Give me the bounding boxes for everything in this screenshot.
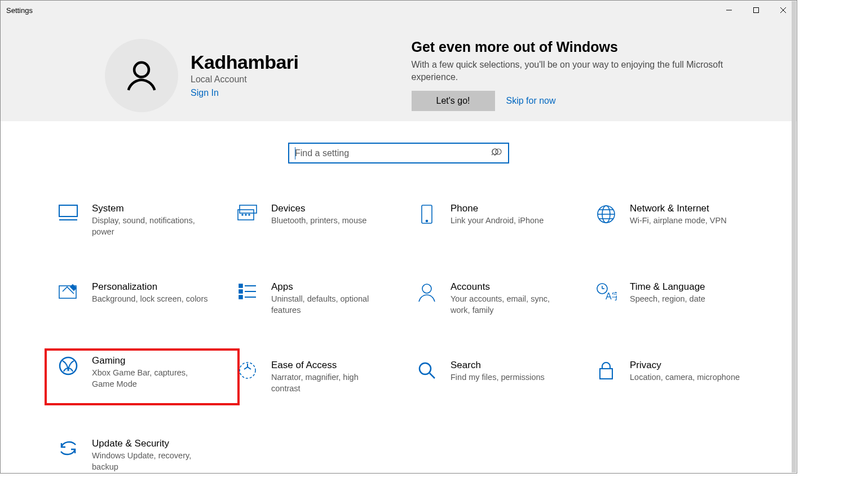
tile-title: Time & Language — [630, 281, 705, 293]
person-outline-icon — [416, 281, 438, 303]
tile-title: System — [92, 203, 210, 214]
tile-apps[interactable]: Apps Uninstall, defaults, optional featu… — [236, 277, 416, 320]
promo-actions: Let's go! Skip for now — [412, 91, 744, 111]
svg-point-37 — [60, 357, 77, 374]
tile-desc: Speech, region, date — [630, 294, 705, 305]
svg-rect-11 — [59, 205, 77, 216]
lock-icon — [595, 360, 617, 381]
tile-title: Devices — [271, 203, 366, 214]
tile-desc: Your accounts, email, sync, work, family — [450, 294, 569, 316]
xbox-icon — [57, 355, 80, 375]
svg-line-10 — [494, 154, 497, 156]
tile-desc: Xbox Game Bar, captures, Game Mode — [92, 368, 210, 390]
svg-rect-1 — [754, 8, 759, 13]
tile-devices[interactable]: Devices Bluetooth, printers, mouse — [236, 198, 416, 242]
promo-block: Get even more out of Windows With a few … — [412, 39, 744, 121]
lets-go-button[interactable]: Let's go! — [412, 91, 495, 111]
text-cursor — [295, 147, 295, 160]
magnify-icon — [416, 360, 438, 380]
tile-personalization[interactable]: Personalization Background, lock screen,… — [57, 277, 236, 320]
svg-rect-28 — [239, 290, 242, 293]
phone-icon — [416, 203, 438, 224]
tile-search[interactable]: Search Find my files, permissions — [416, 355, 595, 399]
monitor-icon — [57, 203, 80, 221]
tile-system[interactable]: System Display, sound, notifications, po… — [57, 198, 236, 242]
category-grid: System Display, sound, notifications, po… — [1, 163, 797, 478]
keyboard-icon — [236, 203, 259, 221]
svg-point-39 — [419, 363, 431, 374]
tile-desc: Uninstall, defaults, optional features — [271, 294, 390, 316]
search-icon — [491, 148, 502, 158]
ease-icon — [236, 360, 259, 380]
skip-link[interactable]: Skip for now — [506, 96, 556, 106]
svg-line-40 — [430, 373, 435, 378]
svg-point-4 — [134, 63, 149, 77]
sync-icon — [57, 438, 80, 457]
tile-desc: Wi-Fi, airplane mode, VPN — [630, 215, 727, 227]
tile-title: Privacy — [630, 360, 740, 371]
search-input[interactable] — [295, 148, 491, 158]
signin-link[interactable]: Sign In — [191, 88, 299, 98]
tile-desc: Find my files, permissions — [450, 372, 545, 383]
svg-text:A字: A字 — [606, 291, 617, 301]
titlebar: Settings — [1, 1, 797, 20]
user-account-type: Local Account — [191, 74, 299, 85]
tile-title: Gaming — [92, 355, 210, 366]
svg-point-19 — [426, 220, 428, 222]
user-name: Kadhambari — [191, 51, 299, 73]
user-block: Kadhambari Local Account Sign In — [191, 39, 299, 121]
svg-rect-26 — [239, 284, 242, 288]
tile-desc: Location, camera, microphone — [630, 372, 740, 383]
tile-phone[interactable]: Phone Link your Android, iPhone — [416, 198, 595, 242]
tile-privacy[interactable]: Privacy Location, camera, microphone — [595, 355, 774, 399]
tile-desc: Link your Android, iPhone — [450, 215, 544, 227]
tile-desc: Background, lock screen, colors — [92, 294, 208, 305]
window-title: Settings — [6, 6, 33, 15]
tile-title: Apps — [271, 281, 390, 293]
tile-gaming[interactable]: Gaming Xbox Game Bar, captures, Game Mod… — [45, 348, 240, 405]
scrollbar[interactable] — [792, 1, 796, 472]
svg-point-17 — [249, 214, 250, 215]
tile-desc: Bluetooth, printers, mouse — [271, 215, 366, 227]
tile-title: Update & Security — [92, 438, 210, 449]
tile-title: Phone — [450, 203, 544, 214]
promo-title: Get even more out of Windows — [412, 39, 744, 55]
tile-update[interactable]: Update & Security Windows Update, recove… — [57, 434, 236, 477]
tile-accounts[interactable]: Accounts Your accounts, email, sync, wor… — [416, 277, 595, 320]
svg-point-16 — [245, 214, 246, 215]
tile-desc: Windows Update, recovery, backup — [92, 450, 210, 472]
settings-window: Settings Kadhambari Local Account Sign I… — [0, 0, 797, 474]
tile-title: Search — [450, 360, 545, 371]
tile-time[interactable]: A字 Time & Language Speech, region, date — [595, 277, 774, 320]
svg-point-15 — [242, 214, 243, 215]
svg-rect-41 — [600, 369, 612, 379]
search-box[interactable] — [288, 143, 509, 163]
search-row — [1, 121, 797, 163]
tile-title: Personalization — [92, 281, 208, 293]
person-icon — [124, 58, 159, 93]
time-language-icon: A字 — [595, 281, 617, 302]
minimize-button[interactable] — [716, 1, 743, 20]
header: Kadhambari Local Account Sign In Get eve… — [1, 20, 797, 121]
tile-ease[interactable]: Ease of Access Narrator, magnifier, high… — [236, 355, 416, 399]
tile-desc: Narrator, magnifier, high contrast — [271, 372, 390, 394]
avatar[interactable] — [105, 39, 178, 112]
tile-title: Accounts — [450, 281, 569, 293]
svg-line-6 — [492, 154, 493, 155]
svg-rect-30 — [239, 295, 242, 299]
window-controls — [716, 1, 797, 20]
list-icon — [236, 281, 259, 299]
globe-icon — [595, 203, 617, 224]
maximize-button[interactable] — [743, 1, 770, 20]
tile-desc: Display, sound, notifications, power — [92, 215, 210, 237]
tile-title: Network & Internet — [630, 203, 727, 214]
svg-point-32 — [422, 284, 431, 293]
tile-network[interactable]: Network & Internet Wi-Fi, airplane mode,… — [595, 198, 774, 242]
tile-title: Ease of Access — [271, 360, 390, 371]
promo-subtitle: With a few quick selections, you'll be o… — [412, 59, 744, 83]
paint-icon — [57, 281, 80, 299]
